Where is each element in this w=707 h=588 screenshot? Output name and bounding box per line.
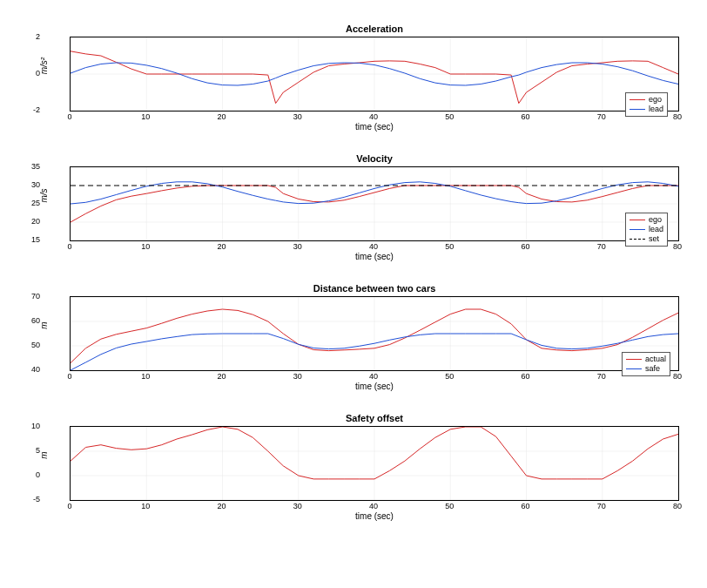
chart-title-4: Safety offset bbox=[70, 413, 679, 423]
legend-swatch bbox=[626, 359, 642, 360]
legend-swatch bbox=[626, 368, 642, 369]
xtick: 0 bbox=[57, 243, 83, 251]
legend-label: ego bbox=[649, 95, 662, 105]
xtick: 60 bbox=[513, 113, 539, 121]
ytick: 25 bbox=[14, 199, 40, 207]
legend-label: lead bbox=[649, 105, 663, 114]
legend-label: lead bbox=[649, 225, 663, 234]
xtick: 30 bbox=[285, 243, 311, 251]
chart-title-3: Distance between two cars bbox=[70, 283, 679, 294]
ytick: 10 bbox=[14, 422, 40, 430]
legend-entry: safe bbox=[626, 364, 666, 374]
xtick: 50 bbox=[436, 503, 462, 510]
xtick: 0 bbox=[57, 373, 83, 381]
xtick: 60 bbox=[513, 373, 539, 381]
axes-1 bbox=[70, 37, 679, 112]
ytick: -2 bbox=[14, 106, 40, 114]
chart-title-2: Velocity bbox=[70, 153, 679, 164]
legend-entry: actual bbox=[626, 355, 666, 364]
ylabel-1: m/s² bbox=[39, 31, 49, 101]
chart-title-1: Acceleration bbox=[70, 24, 679, 34]
ytick: 40 bbox=[14, 366, 40, 374]
xtick: 10 bbox=[132, 373, 158, 381]
xtick: 20 bbox=[209, 373, 235, 381]
xtick: 30 bbox=[285, 503, 311, 510]
plot-svg-1 bbox=[71, 37, 678, 111]
ytick: 15 bbox=[14, 236, 40, 244]
xtick: 20 bbox=[209, 503, 235, 510]
xtick: 60 bbox=[513, 503, 539, 510]
legend-swatch bbox=[630, 99, 645, 100]
xtick: 80 bbox=[664, 503, 690, 510]
xtick: 0 bbox=[57, 113, 83, 121]
xtick: 70 bbox=[589, 503, 615, 510]
xtick: 30 bbox=[285, 373, 311, 381]
figure: Acceleration m/s² time (sec) -202 010203… bbox=[0, 0, 707, 588]
ytick: 30 bbox=[14, 181, 40, 189]
xtick: 40 bbox=[360, 243, 387, 251]
xtick: 80 bbox=[664, 113, 690, 121]
ytick: 60 bbox=[14, 317, 40, 325]
legend-entry: lead bbox=[630, 225, 663, 234]
xtick: 0 bbox=[57, 503, 83, 510]
xtick: 40 bbox=[360, 503, 387, 510]
xtick: 10 bbox=[132, 503, 158, 510]
legend-1: egolead bbox=[625, 92, 668, 117]
legend-entry: set bbox=[630, 234, 663, 244]
ytick: 0 bbox=[14, 471, 40, 479]
xtick: 80 bbox=[664, 243, 690, 251]
xtick: 20 bbox=[209, 243, 235, 251]
legend-label: ego bbox=[649, 215, 662, 225]
ylabel-3: m bbox=[39, 291, 49, 361]
ytick: 5 bbox=[14, 447, 40, 455]
legend-label: actual bbox=[645, 355, 666, 364]
xtick: 50 bbox=[436, 373, 462, 381]
legend-entry: ego bbox=[630, 215, 663, 225]
ytick: 0 bbox=[14, 70, 40, 78]
xtick: 70 bbox=[589, 113, 615, 121]
plot-svg-4 bbox=[71, 427, 678, 500]
axes-4 bbox=[70, 426, 679, 501]
legend-label: set bbox=[649, 234, 659, 244]
axes-2 bbox=[70, 166, 679, 241]
legend-entry: ego bbox=[630, 95, 663, 105]
legend-3: actualsafe bbox=[622, 352, 670, 376]
legend-swatch bbox=[630, 229, 645, 230]
xtick: 10 bbox=[132, 243, 158, 251]
axes-3 bbox=[70, 296, 679, 371]
ytick: 70 bbox=[14, 293, 40, 301]
xtick: 50 bbox=[436, 243, 462, 251]
plot-svg-3 bbox=[71, 297, 678, 370]
ylabel-2: m/s bbox=[39, 161, 49, 231]
xtick: 40 bbox=[360, 373, 387, 381]
xtick: 40 bbox=[360, 113, 387, 121]
legend-swatch bbox=[630, 239, 645, 240]
legend-label: safe bbox=[645, 364, 660, 374]
legend-entry: lead bbox=[630, 105, 663, 114]
xtick: 10 bbox=[132, 113, 158, 121]
legend-2: egoleadset bbox=[625, 213, 668, 247]
ylabel-4: m bbox=[39, 421, 49, 490]
xtick: 70 bbox=[589, 243, 615, 251]
ytick: 35 bbox=[14, 163, 40, 171]
xtick: 20 bbox=[209, 113, 235, 121]
xtick: 70 bbox=[589, 373, 615, 381]
plot-svg-2 bbox=[71, 167, 678, 240]
xtick: 30 bbox=[285, 113, 311, 121]
ytick: 2 bbox=[14, 33, 40, 41]
xtick: 50 bbox=[436, 113, 462, 121]
legend-swatch bbox=[630, 109, 645, 110]
ytick: 50 bbox=[14, 341, 40, 349]
xtick: 60 bbox=[513, 243, 539, 251]
legend-swatch bbox=[630, 220, 645, 220]
ytick: -5 bbox=[14, 496, 40, 504]
ytick: 20 bbox=[14, 218, 40, 226]
